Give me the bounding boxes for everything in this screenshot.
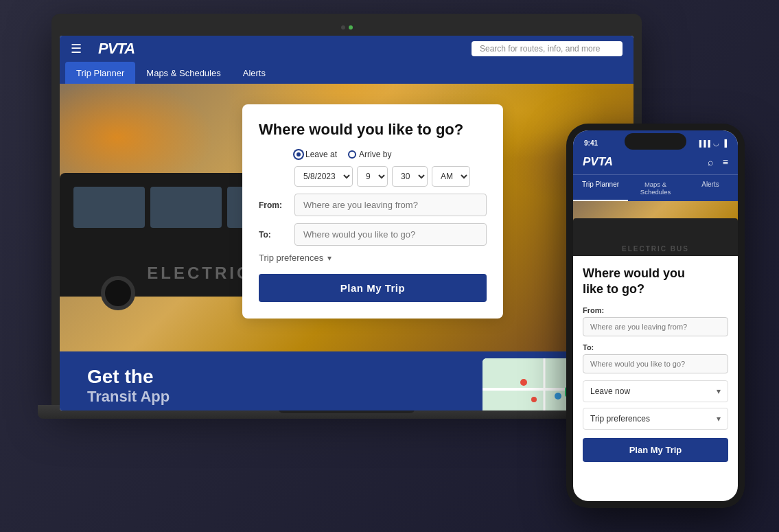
phone-to-label: To: — [583, 343, 728, 351]
phone-trip-card: Where would you like to go? From: To: Le… — [573, 256, 738, 472]
from-input[interactable] — [294, 194, 487, 216]
tab-alerts[interactable]: Alerts — [232, 62, 277, 84]
hamburger-icon[interactable]: ☰ — [71, 41, 82, 56]
arrive-by-radio[interactable] — [348, 150, 356, 159]
svg-point-4 — [555, 393, 561, 400]
leave-at-radio[interactable] — [294, 150, 303, 159]
laptop-bottom-section: Get the Transit App — [60, 351, 633, 410]
from-row: From: — [259, 194, 487, 216]
svg-point-3 — [520, 379, 527, 386]
bus-window-2 — [150, 187, 222, 228]
phone-navbar: PVTA ⌕ ≡ — [573, 150, 738, 174]
phone-time: 9:41 — [584, 139, 598, 147]
to-input[interactable] — [294, 223, 487, 246]
phone-tabs: Trip Planner Maps & Schedules Alerts — [573, 174, 738, 201]
phone-tab-maps-schedules[interactable]: Maps & Schedules — [628, 175, 683, 201]
phone-card-title: Where would you like to go? — [583, 266, 728, 298]
phone-device: 9:41 ▐▐▐ ◡ ▐ PVTA ⌕ ≡ Trip Planner — [566, 124, 745, 508]
departure-options: Leave at Arrive by — [294, 150, 487, 159]
phone-bus: ELECTRIC BUS — [573, 218, 738, 256]
phone-logo: PVTA — [583, 155, 613, 169]
plan-my-trip-button[interactable]: Plan My Trip — [259, 274, 487, 302]
laptop-search[interactable]: Search for routes, info, and more — [472, 41, 623, 56]
tab-trip-planner[interactable]: Trip Planner — [65, 62, 135, 84]
phone-bus-text: ELECTRIC BUS — [622, 245, 689, 253]
laptop-tabs: Trip Planner Maps & Schedules Alerts — [60, 62, 633, 84]
from-label: From: — [259, 200, 286, 210]
ampm-select[interactable]: AM — [432, 166, 470, 187]
laptop-frame: ☰ PVTA Search for routes, info, and more… — [51, 14, 642, 405]
svg-point-5 — [531, 397, 537, 402]
phone-to-input[interactable] — [583, 354, 728, 373]
menu-icon[interactable]: ≡ — [723, 157, 728, 167]
hero-background: ELECTRIC BUS Where would you like to go? — [60, 84, 633, 351]
chevron-down-icon: ▾ — [327, 253, 332, 263]
to-row: To: — [259, 223, 487, 246]
trip-planner-card: Where would you like to go? Leave at Arr… — [242, 104, 503, 319]
phone-from-input[interactable] — [583, 317, 728, 336]
laptop-logo: PVTA — [98, 40, 135, 58]
phone-hero: ELECTRIC BUS — [573, 201, 738, 256]
search-icon[interactable]: ⌕ — [708, 157, 713, 167]
hour-select[interactable]: 9 — [357, 166, 388, 187]
phone-nav-icons: ⌕ ≡ — [708, 157, 728, 167]
to-label: To: — [259, 230, 286, 240]
laptop-hero: ELECTRIC BUS Where would you like to go? — [60, 84, 633, 351]
chevron-down-icon: ▾ — [717, 414, 721, 424]
laptop-navbar: ☰ PVTA Search for routes, info, and more — [60, 36, 633, 62]
phone-status-icons: ▐▐▐ ◡ ▐ — [697, 139, 727, 147]
trip-card-title: Where would you like to go? — [259, 121, 487, 139]
battery-icon: ▐ — [722, 139, 727, 147]
camera-dot-green — [349, 25, 353, 30]
app-subtitle: Transit App — [87, 388, 170, 406]
phone-notch — [625, 133, 686, 150]
arrive-by-option[interactable]: Arrive by — [348, 150, 391, 159]
phone-tab-trip-planner[interactable]: Trip Planner — [573, 175, 628, 201]
wifi-icon: ◡ — [713, 139, 719, 147]
get-the-app-text: Get the Transit App — [87, 366, 170, 406]
phone-tab-alerts[interactable]: Alerts — [683, 175, 738, 201]
tab-maps-schedules[interactable]: Maps & Schedules — [135, 62, 231, 84]
laptop-screen: ☰ PVTA Search for routes, info, and more… — [60, 36, 633, 410]
minute-select[interactable]: 30 — [392, 166, 428, 187]
signal-icon: ▐▐▐ — [697, 140, 710, 147]
phone-plan-my-trip-button[interactable]: Plan My Trip — [583, 438, 728, 462]
camera-dot-1 — [341, 25, 345, 30]
laptop-device: ☰ PVTA Search for routes, info, and more… — [51, 14, 642, 426]
date-time-row: 5/8/2023 9 30 AM — [294, 166, 487, 187]
phone-screen: 9:41 ▐▐▐ ◡ ▐ PVTA ⌕ ≡ Trip Planner — [573, 130, 738, 501]
search-placeholder-text: Search for routes, info, and more — [480, 44, 600, 54]
bus-window-1 — [73, 187, 145, 228]
trip-preferences-toggle[interactable]: Trip preferences ▾ — [259, 253, 487, 263]
chevron-down-icon: ▾ — [717, 386, 721, 396]
phone-trip-prefs-dropdown[interactable]: Trip preferences ▾ — [583, 408, 728, 430]
bus-wheel-front — [101, 276, 135, 310]
phone-frame: 9:41 ▐▐▐ ◡ ▐ PVTA ⌕ ≡ Trip Planner — [566, 124, 745, 508]
leave-at-option[interactable]: Leave at — [294, 150, 337, 159]
phone-from-label: From: — [583, 306, 728, 314]
date-select[interactable]: 5/8/2023 — [294, 166, 353, 187]
phone-leave-now-dropdown[interactable]: Leave now ▾ — [583, 380, 728, 402]
